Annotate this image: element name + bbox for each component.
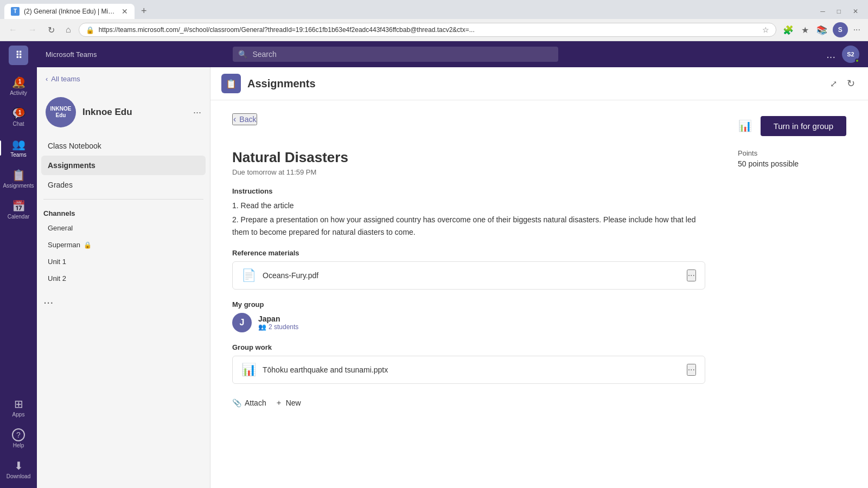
search-input[interactable]	[233, 47, 558, 62]
expand-icon[interactable]: ⤢	[828, 75, 839, 92]
attach-label: Attach	[245, 399, 266, 407]
my-group-label: My group	[232, 300, 705, 309]
refresh-assignments-icon[interactable]: ↻	[845, 75, 857, 92]
close-button[interactable]: ✕	[847, 5, 864, 17]
sidebar-item-calendar[interactable]: 📅 Calendar	[3, 195, 34, 224]
collections-icon[interactable]: 📚	[814, 23, 829, 37]
assignments-icon: 📋	[12, 169, 25, 182]
sidebar-item-apps[interactable]: ⊞ Apps	[3, 393, 34, 422]
channel-panel: ‹ All teams INKNOEEdu Inknoe Edu ··· Cla…	[37, 67, 210, 488]
new-file-button[interactable]: ＋ New	[275, 398, 301, 408]
minimize-button[interactable]: ─	[815, 5, 831, 17]
pptx-icon: 📊	[241, 363, 256, 377]
assignment-side-col: Points 50 points possible	[738, 149, 846, 413]
favorites-icon[interactable]: ★	[799, 23, 811, 37]
channel-item-unit2[interactable]: Unit 2	[37, 270, 210, 287]
reference-file-more-button[interactable]: ···	[687, 269, 696, 281]
channel-item-superman[interactable]: Superman 🔒	[37, 236, 210, 253]
browser-tab-active[interactable]: T (2) General (Inknoe Edu) | Micros... ✕	[4, 4, 135, 19]
content-area: ‹ Back 📊 Turn in for group Natural Disas…	[210, 100, 868, 426]
group-file-more-button[interactable]: ···	[687, 364, 696, 376]
nav-item-grades[interactable]: Grades	[41, 175, 206, 195]
browser-user-avatar[interactable]: S	[833, 22, 848, 37]
member-info: Japan 👥 2 students	[258, 314, 298, 331]
user-avatar[interactable]: S2	[842, 46, 859, 63]
back-nav-label: Back	[239, 115, 256, 124]
teams-header-right: ... S2	[824, 46, 859, 63]
url-input[interactable]	[99, 26, 758, 34]
turn-in-actions: 📊 Turn in for group	[736, 116, 846, 136]
group-students-icon: 👥	[258, 323, 266, 331]
attach-bar: 📎 Attach ＋ New	[232, 393, 705, 413]
new-label: New	[286, 399, 301, 407]
bookmark-star-icon[interactable]: ☆	[762, 25, 769, 34]
teams-logo-text: Microsoft Teams	[46, 50, 97, 59]
turn-in-button[interactable]: Turn in for group	[761, 116, 846, 136]
section-divider	[43, 199, 203, 200]
team-more-button[interactable]: ···	[193, 107, 201, 118]
content-scroll: ‹ Back 📊 Turn in for group Natural Disas…	[210, 100, 868, 488]
chat-label: Chat	[12, 121, 24, 127]
group-student-count: 👥 2 students	[258, 323, 298, 331]
back-chevron-icon: ‹	[46, 75, 48, 83]
browser-avatar-initials: S	[838, 26, 843, 34]
nav-item-class-notebook[interactable]: Class Notebook	[41, 136, 206, 156]
sidebar-item-assignments[interactable]: 📋 Assignments	[3, 164, 34, 193]
main-content: 📋 Assignments ⤢ ↻ ‹ Back	[210, 67, 868, 488]
back-to-assignments-button[interactable]: ‹ Back	[232, 113, 257, 125]
teams-icon: 👥	[12, 138, 25, 151]
sidebar-item-download[interactable]: ⬇ Download	[3, 455, 34, 484]
refresh-button[interactable]: ↻	[44, 23, 58, 37]
sidebar-item-activity[interactable]: 🔔 1 Activity	[3, 72, 34, 100]
info-icon-button[interactable]: 📊	[736, 117, 754, 134]
activity-badge: 1	[16, 77, 24, 86]
assignments-page-title: Assignments	[247, 78, 316, 90]
close-tab-icon[interactable]: ✕	[122, 7, 128, 16]
sidebar-item-help[interactable]: ? Help	[3, 424, 34, 453]
instructions-text: 1. Read the article 2. Prepare a present…	[232, 200, 705, 238]
tab-title: (2) General (Inknoe Edu) | Micros...	[24, 8, 117, 15]
team-avatar-text: INKNOEEdu	[50, 106, 72, 119]
assignment-title: Natural Disasters	[232, 149, 705, 166]
channel-item-unit1[interactable]: Unit 1	[37, 253, 210, 270]
user-initials: S2	[847, 51, 854, 57]
assignment-details: Natural Disasters Due tomorrow at 11:59 …	[232, 149, 846, 413]
logo-grid-icon: ⠿	[15, 49, 22, 61]
back-nav-button[interactable]: ←	[5, 23, 21, 37]
extensions-icon[interactable]: 🧩	[781, 23, 796, 37]
all-teams-back-button[interactable]: ‹ All teams	[46, 75, 80, 83]
group-member: J Japan 👥 2 students	[232, 313, 705, 332]
channel-item-general[interactable]: General	[37, 220, 210, 236]
sidebar-item-teams[interactable]: 👥 Teams	[3, 133, 34, 162]
nav-item-assignments[interactable]: Assignments	[41, 156, 206, 175]
channel-more-options[interactable]: ···	[37, 287, 210, 318]
browser-more-button[interactable]: ···	[851, 23, 863, 37]
address-bar: 🔒 ☆	[79, 23, 776, 37]
new-tab-button[interactable]: +	[137, 3, 151, 19]
browser-chrome: T (2) General (Inknoe Edu) | Micros... ✕…	[0, 0, 868, 41]
sidebar-item-chat[interactable]: 💬 1 Chat	[3, 102, 34, 131]
group-work-file-card: 📊 Tōhoku earthquake and tsunami.pptx ···	[232, 356, 705, 384]
header-actions: ⤢ ↻	[828, 75, 857, 92]
points-value: 50 points possible	[738, 159, 846, 168]
assignments-label: Assignments	[3, 183, 34, 189]
home-button[interactable]: ⌂	[62, 23, 74, 37]
pdf-icon: 📄	[241, 268, 256, 282]
teams-search-bar: 🔍	[233, 47, 558, 62]
apps-icon: ⊞	[14, 397, 23, 410]
attach-icon: 📎	[232, 399, 241, 407]
browser-tabs: T (2) General (Inknoe Edu) | Micros... ✕…	[0, 0, 868, 19]
assignment-due-date: Due tomorrow at 11:59 PM	[232, 168, 705, 176]
channel-more-icon[interactable]: ···	[43, 296, 53, 309]
forward-nav-button[interactable]: →	[25, 23, 40, 37]
group-work-label: Group work	[232, 343, 705, 351]
attach-button[interactable]: 📎 Attach	[232, 399, 266, 407]
assignment-main-col: Natural Disasters Due tomorrow at 11:59 …	[232, 149, 705, 413]
back-and-turn-row: ‹ Back 📊 Turn in for group	[232, 113, 846, 138]
chat-icon: 💬 1	[12, 107, 25, 120]
header-more-button[interactable]: ...	[824, 46, 838, 63]
maximize-button[interactable]: □	[832, 5, 846, 17]
channel-panel-header: ‹ All teams	[37, 67, 210, 91]
teams-label: Teams	[10, 152, 26, 158]
window-controls: ─ □ ✕	[815, 5, 864, 17]
